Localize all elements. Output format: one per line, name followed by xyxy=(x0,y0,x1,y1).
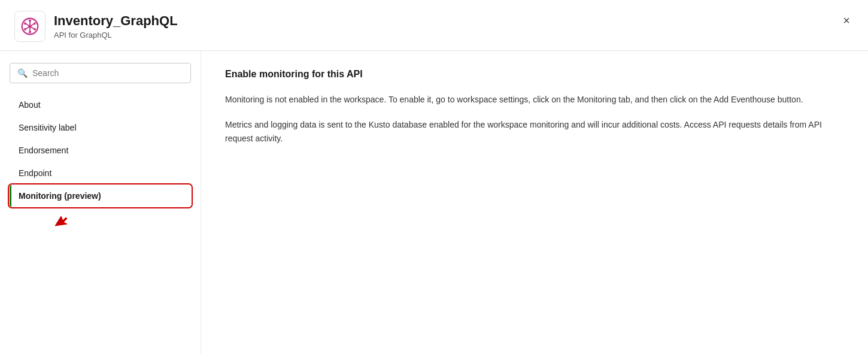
header-text: Inventory_GraphQL API for GraphQL xyxy=(54,13,178,39)
description-block-2: Metrics and logging data is sent to the … xyxy=(225,118,844,145)
dialog-header: Inventory_GraphQL API for GraphQL × xyxy=(0,0,868,51)
svg-point-2 xyxy=(29,19,31,22)
sidebar-item-about[interactable]: About xyxy=(10,94,191,116)
search-box[interactable]: 🔍 xyxy=(10,63,191,83)
svg-point-1 xyxy=(28,25,32,28)
settings-dialog: Inventory_GraphQL API for GraphQL × 🔍 Ab… xyxy=(0,0,868,354)
sidebar-item-endorsement[interactable]: Endorsement xyxy=(10,140,191,161)
dialog-subtitle: API for GraphQL xyxy=(54,31,178,40)
section-title: Enable monitoring for this API xyxy=(225,69,844,80)
svg-marker-8 xyxy=(55,216,67,226)
main-content: Enable monitoring for this API Monitorin… xyxy=(201,51,868,354)
api-icon xyxy=(14,11,45,42)
svg-point-6 xyxy=(24,28,26,31)
svg-point-7 xyxy=(34,22,36,25)
sidebar-item-sensitivity-label[interactable]: Sensitivity label xyxy=(10,117,191,138)
dialog-title: Inventory_GraphQL xyxy=(54,13,178,29)
description-text-2: Metrics and logging data is sent to the … xyxy=(225,118,844,145)
sidebar-item-endpoint[interactable]: Endpoint xyxy=(10,162,191,184)
search-icon: 🔍 xyxy=(17,68,28,78)
search-input[interactable] xyxy=(32,68,183,78)
svg-point-4 xyxy=(24,22,26,25)
description-text-1: Monitoring is not enabled in the workspa… xyxy=(225,93,844,106)
sidebar: 🔍 About Sensitivity label Endorsement En… xyxy=(0,51,201,354)
cursor-arrow-icon xyxy=(53,211,69,228)
description-block-1: Monitoring is not enabled in the workspa… xyxy=(225,93,844,106)
close-button[interactable]: × xyxy=(837,11,856,30)
svg-point-3 xyxy=(29,31,31,33)
dialog-body: 🔍 About Sensitivity label Endorsement En… xyxy=(0,51,868,354)
svg-point-5 xyxy=(34,28,36,31)
sidebar-item-monitoring[interactable]: Monitoring (preview) xyxy=(10,185,191,207)
